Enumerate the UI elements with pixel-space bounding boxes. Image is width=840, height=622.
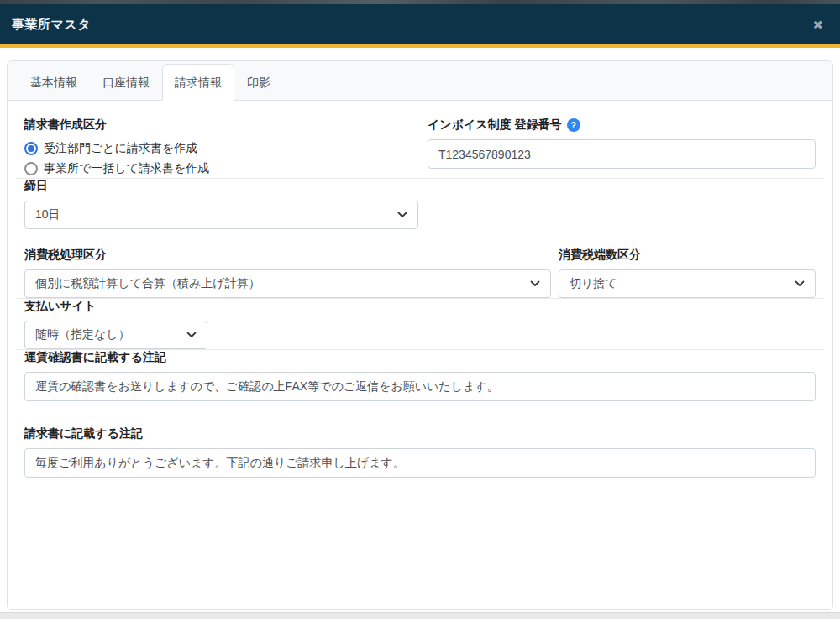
tax-processing-select[interactable]: 個別に税額計算して合算（積み上げ計算） <box>24 269 551 298</box>
closing-day-label: 締日 <box>24 179 816 194</box>
tax-processing-label: 消費税処理区分 <box>24 248 551 263</box>
tabs: 基本情報 口座情報 請求情報 印影 <box>18 64 822 100</box>
chevron-down-icon <box>397 212 407 218</box>
invoice-registration-label: インボイス制度 登録番号 ? <box>428 118 816 133</box>
modal-header: 事業所マスタ ✖ <box>0 4 840 48</box>
radio-option-per-department[interactable]: 受注部門ごとに請求書を作成 <box>24 139 428 158</box>
invoice-creation-label: 請求書作成区分 <box>24 118 428 133</box>
help-icon[interactable]: ? <box>567 118 580 132</box>
tab-basic-info[interactable]: 基本情報 <box>18 64 90 101</box>
dimmed-page-background-bottom <box>0 612 840 619</box>
invoice-note-label: 請求書に記載する注記 <box>24 426 816 442</box>
radio-option-label: 受注部門ごとに請求書を作成 <box>44 141 197 156</box>
tab-billing-info[interactable]: 請求情報 <box>162 64 234 101</box>
chevron-down-icon <box>530 280 540 287</box>
radio-option-per-office[interactable]: 事業所で一括して請求書を作成 <box>24 159 428 178</box>
payment-site-value: 随時（指定なし） <box>35 327 130 342</box>
tax-rounding-value: 切り捨て <box>570 276 617 291</box>
tab-bar: 基本情報 口座情報 請求情報 印影 <box>8 61 832 101</box>
invoice-registration-label-text: インボイス制度 登録番号 <box>428 118 562 133</box>
tab-account-info[interactable]: 口座情報 <box>90 64 162 101</box>
chevron-down-icon <box>186 332 197 338</box>
close-icon[interactable]: ✖ <box>807 15 828 34</box>
tab-panel-billing: 請求書作成区分 受注部門ごとに請求書を作成 事業所で一括して請求書を作成 インボ… <box>8 101 832 494</box>
modal-title: 事業所マスタ <box>12 17 91 33</box>
closing-day-value: 10日 <box>35 207 60 222</box>
tax-rounding-label: 消費税端数区分 <box>559 248 816 263</box>
tab-seal[interactable]: 印影 <box>234 64 283 101</box>
modal-body: 基本情報 口座情報 請求情報 印影 請求書作成区分 受注部門ごとに請求書を作成 … <box>0 48 840 612</box>
freight-note-input[interactable] <box>24 372 816 401</box>
billing-info-card: 基本情報 口座情報 請求情報 印影 請求書作成区分 受注部門ごとに請求書を作成 … <box>7 60 833 610</box>
invoice-note-input[interactable] <box>24 448 816 478</box>
tax-rounding-select[interactable]: 切り捨て <box>559 269 816 298</box>
chevron-down-icon <box>795 280 805 287</box>
tax-processing-value: 個別に税額計算して合算（積み上げ計算） <box>35 276 260 291</box>
radio-checked-icon[interactable] <box>24 142 38 155</box>
radio-option-label: 事業所で一括して請求書を作成 <box>44 161 209 176</box>
invoice-registration-input[interactable] <box>428 139 816 169</box>
payment-site-select[interactable]: 随時（指定なし） <box>24 321 207 349</box>
freight-note-label: 運賃確認書に記載する注記 <box>24 350 816 365</box>
radio-unchecked-icon[interactable] <box>24 162 38 175</box>
payment-site-label: 支払いサイト <box>24 299 816 314</box>
closing-day-select[interactable]: 10日 <box>24 201 418 229</box>
